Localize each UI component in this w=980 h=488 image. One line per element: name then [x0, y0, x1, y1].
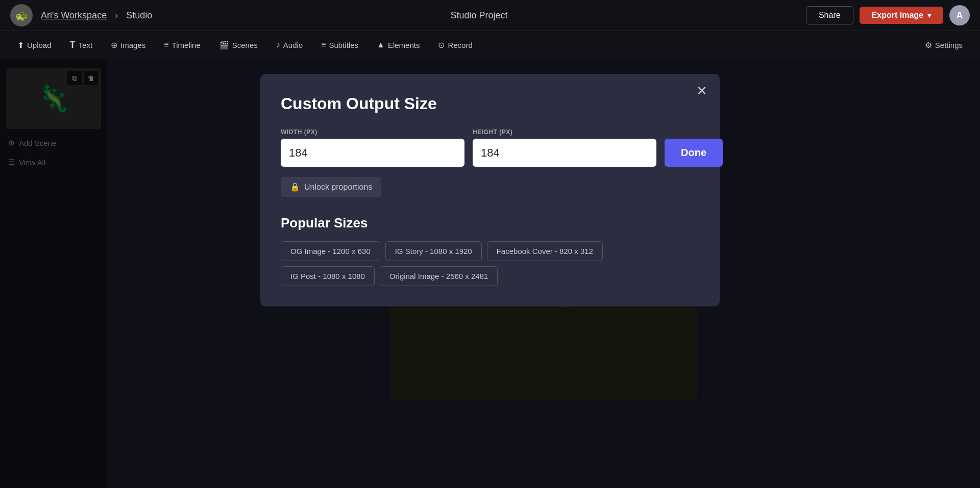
text-icon: T	[70, 40, 76, 50]
popular-sizes-title: Popular Sizes	[281, 215, 699, 231]
top-nav: 🐢 Ari's Workspace › Studio Studio Projec…	[0, 0, 980, 31]
size-tag-original-image[interactable]: Original Image - 2560 x 2481	[380, 266, 498, 286]
unlock-proportions-button[interactable]: 🔒 Unlock proportions	[281, 177, 381, 197]
avatar[interactable]: A	[949, 5, 970, 25]
scenes-icon: 🎬	[219, 40, 229, 50]
toolbar-subtitles[interactable]: ≡ Subtitles	[314, 37, 365, 53]
modal-title: Custom Output Size	[281, 94, 699, 113]
toolbar-images-label: Images	[120, 41, 145, 49]
done-button[interactable]: Done	[665, 139, 723, 167]
export-button[interactable]: Export Image ▾	[860, 7, 943, 24]
toolbar-elements[interactable]: ▲ Elements	[370, 37, 427, 53]
toolbar-settings[interactable]: ⚙ Settings	[918, 37, 970, 53]
modal-fields: WIDTH (px) HEIGHT (px) Done	[281, 129, 699, 167]
toolbar-scenes-label: Scenes	[232, 41, 258, 49]
nav-separator: ›	[115, 10, 118, 21]
toolbar-subtitles-label: Subtitles	[329, 41, 359, 49]
custom-output-size-modal: ✕ Custom Output Size WIDTH (px) HEIGHT (…	[260, 74, 720, 306]
toolbar-images[interactable]: ⊕ Images	[104, 37, 153, 53]
toolbar-timeline[interactable]: ≡ Timeline	[157, 37, 207, 53]
main-layout: ⧉ 🗑 🦎 ⊕ Add Scene ☰ View All 🦎 ✕ Custom …	[0, 59, 980, 488]
size-tag-og-image[interactable]: OG Image - 1200 x 630	[281, 241, 380, 261]
timeline-icon: ≡	[164, 40, 168, 49]
width-label: WIDTH (px)	[281, 129, 464, 136]
subtitles-icon: ≡	[321, 40, 326, 49]
audio-icon: ♪	[276, 40, 280, 49]
width-field-group: WIDTH (px)	[281, 129, 464, 167]
modal-overlay: ✕ Custom Output Size WIDTH (px) HEIGHT (…	[0, 59, 980, 488]
toolbar-settings-label: Settings	[935, 41, 963, 49]
nav-center: Studio Project	[160, 10, 798, 21]
size-tag-ig-post[interactable]: IG Post - 1080 x 1080	[281, 266, 375, 286]
lock-icon: 🔒	[290, 182, 300, 192]
project-title: Studio Project	[451, 10, 508, 21]
toolbar-record-label: Record	[448, 41, 472, 49]
toolbar-text-label: Text	[79, 41, 93, 49]
workspace-link[interactable]: Ari's Workspace	[41, 10, 107, 21]
height-label: HEIGHT (px)	[473, 129, 656, 136]
export-label: Export Image	[872, 11, 923, 20]
export-chevron-icon: ▾	[927, 11, 931, 19]
width-input[interactable]	[281, 139, 464, 167]
modal-close-button[interactable]: ✕	[696, 84, 707, 97]
toolbar: ⬆ Upload T Text ⊕ Images ≡ Timeline 🎬 Sc…	[0, 31, 980, 59]
toolbar-timeline-label: Timeline	[172, 41, 201, 49]
toolbar-elements-label: Elements	[388, 41, 420, 49]
size-tag-facebook-cover[interactable]: Facebook Cover - 820 x 312	[487, 241, 603, 261]
toolbar-scenes[interactable]: 🎬 Scenes	[212, 37, 265, 53]
toolbar-audio-label: Audio	[283, 41, 303, 49]
unlock-proportions-label: Unlock proportions	[304, 183, 372, 192]
images-icon: ⊕	[111, 40, 117, 50]
height-input[interactable]	[473, 139, 656, 167]
toolbar-upload-label: Upload	[27, 41, 52, 49]
size-tags: OG Image - 1200 x 630 IG Story - 1080 x …	[281, 241, 699, 286]
record-icon: ⊙	[438, 40, 445, 50]
logo-emoji: 🐢	[15, 9, 28, 21]
share-button[interactable]: Share	[806, 6, 853, 24]
toolbar-text[interactable]: T Text	[63, 37, 100, 54]
elements-icon: ▲	[377, 40, 385, 49]
upload-icon: ⬆	[17, 40, 24, 50]
size-tag-ig-story[interactable]: IG Story - 1080 x 1920	[385, 241, 482, 261]
nav-studio-label: Studio	[126, 10, 152, 21]
toolbar-record[interactable]: ⊙ Record	[431, 37, 479, 53]
toolbar-audio[interactable]: ♪ Audio	[269, 37, 310, 53]
height-field-group: HEIGHT (px)	[473, 129, 656, 167]
settings-icon: ⚙	[925, 40, 932, 50]
workspace-logo: 🐢	[10, 4, 33, 27]
nav-right: Share Export Image ▾ A	[806, 5, 970, 25]
toolbar-upload[interactable]: ⬆ Upload	[10, 37, 59, 53]
